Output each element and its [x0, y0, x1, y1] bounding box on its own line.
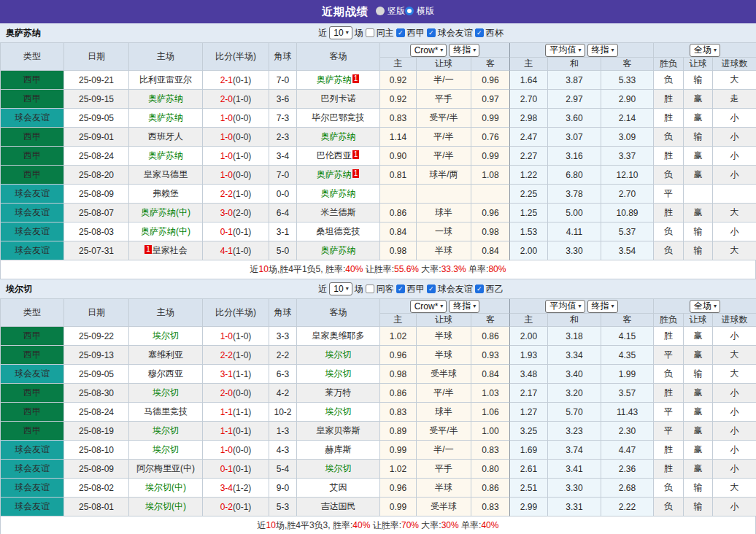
goals-result-cell: 走 — [713, 90, 756, 109]
crow-odds-select[interactable]: Crow*▾ — [410, 44, 447, 57]
goals-result-cell: 小 — [713, 422, 756, 441]
away-team-name: 赫库斯 — [325, 444, 352, 454]
match-filter: 近10▾场同客✓西甲✓球会友谊✓西乙 — [318, 282, 503, 295]
score-cell: 2-1(0-1) — [203, 71, 269, 90]
scope-select[interactable]: 全场▾ — [690, 44, 720, 57]
handicap-cell: 半球 — [417, 479, 471, 498]
match-row: 球会友谊25-08-03奥萨苏纳(中)0-1(0-1)3-1桑坦德竞技0.84一… — [1, 222, 756, 241]
odds-away-cell: 0.86 — [471, 479, 510, 498]
header-row-groups: 类型日期主场比分(半场)角球客场Crow*▾终指▾平均值▾终指▾全场▾ — [1, 299, 756, 314]
recent-count-select[interactable]: 10▾ — [329, 26, 352, 39]
home-team-cell: 奥萨苏纳 — [129, 147, 203, 166]
scope-selects: 全场▾ — [690, 300, 720, 313]
league-checkbox-2[interactable]: ✓ — [475, 285, 484, 293]
home-team-cell: 奥萨苏纳 — [129, 109, 203, 128]
home-team-cell: 埃尔切 — [129, 441, 203, 460]
average-odds-selects: 平均值▾终指▾ — [545, 300, 617, 313]
away-team-cell: 毕尔巴鄂竞技 — [297, 109, 380, 128]
summary-segment: 大率: — [419, 520, 441, 530]
summary-segment: 33.3% — [441, 264, 466, 274]
average-odds-select[interactable]: 平均值▾ — [545, 300, 585, 313]
corner-cell: 10-2 — [269, 403, 297, 422]
result-cell: 负 — [654, 498, 684, 516]
final-odds-select-2[interactable]: 终指▾ — [587, 300, 618, 313]
match-row: 西甲25-08-24马德里竞技1-1(1-1)10-2埃尔切0.83球半1.06… — [1, 403, 756, 422]
away-team-name: 奥萨苏纳 — [317, 169, 352, 179]
odds-away-cell: 1.06 — [471, 403, 510, 422]
date-cell: 25-08-19 — [64, 422, 129, 441]
avg-away-cell: 1.99 — [601, 365, 654, 384]
final-odds-select[interactable]: 终指▾ — [449, 44, 479, 57]
league-checkbox-2[interactable]: ✓ — [475, 28, 484, 37]
away-team-cell: 米兰德斯 — [297, 204, 380, 222]
home-team-cell: 皇家马德里 — [129, 166, 203, 185]
col-header-home: 主场 — [129, 43, 203, 71]
odds-home-cell: 0.89 — [380, 422, 417, 441]
handicap-result-cell: 输 — [684, 479, 713, 498]
avg-draw-cell: 3.31 — [548, 498, 601, 516]
chevron-down-icon: ▾ — [473, 303, 476, 309]
league-checkbox-1[interactable]: ✓ — [427, 28, 436, 37]
check-icon: ✓ — [477, 30, 482, 36]
home-team-name: 埃尔切 — [153, 444, 179, 454]
check-icon: ✓ — [428, 286, 434, 293]
match-row: 球会友谊25-08-01埃尔切(中)0-2(0-1)5-3吉达国民0.99受半球… — [1, 498, 756, 516]
score-cell: 2-0(0-0) — [203, 384, 269, 403]
final-odds-select[interactable]: 终指▾ — [449, 300, 479, 313]
vertical-layout-radio[interactable]: 竖版 — [376, 5, 405, 18]
away-team-name: 埃尔切 — [325, 406, 352, 417]
same-venue-label: 同客 — [377, 283, 394, 295]
league-checkbox-0[interactable]: ✓ — [396, 28, 405, 37]
league-checkbox-0[interactable]: ✓ — [396, 285, 405, 293]
summary-row: 近10场,胜4平3负3, 胜率:40% 让胜率:70% 大率:30% 单率:40… — [0, 516, 756, 534]
away-team-cell: 埃尔切 — [297, 460, 380, 479]
halftime-score: (0-0) — [233, 388, 251, 398]
final-odds-select-2[interactable]: 终指▾ — [587, 44, 618, 57]
result-cell: 平 — [654, 422, 684, 441]
avg-home-cell: 2.17 — [510, 384, 548, 403]
odds-away-cell: 0.99 — [471, 147, 510, 166]
avg-away-cell: 2.70 — [601, 185, 654, 204]
odds-away-cell: 0.83 — [471, 441, 510, 460]
avg-draw-cell: 3.16 — [548, 147, 601, 166]
scope-select[interactable]: 全场▾ — [690, 300, 720, 313]
avg-away-cell: 2.30 — [601, 422, 654, 441]
sub-header: 进球数 — [713, 58, 756, 71]
goals-result-cell: 小 — [713, 147, 756, 166]
handicap-result-cell: 赢 — [684, 441, 713, 460]
radio-label: 竖版 — [387, 5, 405, 18]
away-team-cell: 巴伦西亚1 — [297, 147, 380, 166]
league-cell: 球会友谊 — [1, 441, 64, 460]
odds-away-cell: 0.96 — [471, 71, 510, 90]
same-venue-checkbox[interactable] — [366, 285, 374, 293]
score-cell: 1-0(0-0) — [203, 441, 269, 460]
goals-result-cell: 小 — [713, 384, 756, 403]
recent-count-select[interactable]: 10▾ — [329, 282, 352, 295]
home-team-name: 马德里竞技 — [144, 406, 188, 417]
handicap-result-cell: 赢 — [684, 403, 713, 422]
league-checkbox-1[interactable]: ✓ — [427, 285, 436, 293]
league-cell: 球会友谊 — [1, 204, 64, 222]
avg-away-cell: 4.15 — [601, 327, 654, 346]
score-cell: 4-1(1-0) — [203, 241, 269, 260]
home-team-cell: 马德里竞技 — [129, 403, 203, 422]
odds-away-cell: 1.00 — [471, 422, 510, 441]
goals-result-cell: 小 — [713, 109, 756, 128]
odds-home-cell: 0.86 — [380, 204, 417, 222]
date-cell: 25-08-24 — [64, 403, 129, 422]
result-cell: 平 — [654, 346, 684, 365]
same-venue-checkbox[interactable] — [366, 28, 374, 37]
average-odds-select[interactable]: 平均值▾ — [545, 44, 585, 57]
handicap-cell — [417, 185, 471, 204]
away-team-name: 奥萨苏纳 — [321, 245, 356, 255]
col-header-home: 主场 — [129, 299, 203, 327]
crow-odds-select[interactable]: Crow*▾ — [410, 300, 447, 313]
home-team-cell: 埃尔切(中) — [129, 498, 203, 516]
league-cell: 西甲 — [1, 327, 64, 346]
odds-away-cell: 0.99 — [471, 109, 510, 128]
match-filter: 近10▾场同主✓西甲✓球会友谊✓西杯 — [318, 26, 503, 39]
result-cell: 胜 — [654, 90, 684, 109]
away-team-cell: 奥萨苏纳 — [297, 241, 380, 260]
horizontal-layout-radio[interactable]: 横版 — [405, 5, 434, 18]
avg-away-cell: 5.37 — [601, 222, 654, 241]
